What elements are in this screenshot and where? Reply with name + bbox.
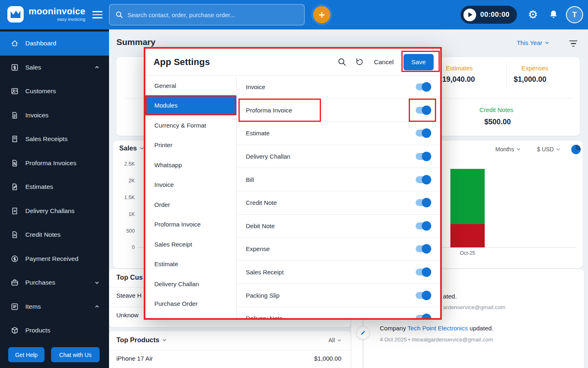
settings-nav-general[interactable]: General: [145, 76, 236, 96]
toggle-packing-slip[interactable]: [416, 292, 430, 299]
settings-nav-purchase-order[interactable]: Purchase Order: [145, 294, 236, 314]
save-button[interactable]: Save: [403, 54, 434, 70]
play-icon[interactable]: [463, 9, 476, 21]
sales-chart-title-dropdown[interactable]: Sales: [119, 144, 145, 152]
get-help-button[interactable]: Get Help: [8, 347, 45, 362]
chat-with-us-button[interactable]: Chat with Us: [51, 347, 100, 362]
stat-credit-notes-label: Credit Notes: [479, 106, 513, 113]
pie-chart-icon[interactable]: [571, 145, 581, 154]
toggle-delivery-note[interactable]: [416, 315, 430, 318]
sidebar-item-invoices[interactable]: Invoices: [0, 103, 109, 128]
toggle-expense[interactable]: [416, 245, 430, 252]
timer-widget[interactable]: 00:00:00: [461, 6, 517, 24]
sidebar: Dashboard Sales Customers Invoices Sales…: [0, 29, 109, 368]
estimate-document-icon: [11, 183, 19, 191]
brand: mooninvoice easy invoicing: [7, 5, 85, 23]
toggle-credit-note[interactable]: [416, 199, 430, 206]
period-dropdown[interactable]: This Year: [517, 39, 550, 46]
top-products-title-dropdown[interactable]: Top Products: [116, 336, 167, 344]
bar-segment-income: [450, 169, 485, 224]
toggle-estimate[interactable]: [416, 130, 430, 137]
sidebar-item-customers[interactable]: Customers: [0, 79, 109, 103]
cube-icon: [11, 326, 19, 334]
modal-title: App Settings: [154, 57, 210, 67]
toggle-debit-note[interactable]: [416, 222, 430, 229]
sidebar-label: Payment Received: [25, 255, 78, 263]
settings-nav-delivery-challan[interactable]: Delivery Challan: [145, 274, 236, 294]
sidebar-item-items[interactable]: Items: [0, 295, 109, 319]
months-dropdown[interactable]: Months: [495, 146, 521, 153]
y-tick: 2K: [117, 178, 135, 184]
stat-estimates-value: 19,040.00: [442, 75, 475, 84]
settings-nav-modules[interactable]: Modules: [145, 96, 236, 116]
top-products-title: Top Products: [116, 336, 159, 344]
search-input[interactable]: [127, 11, 298, 18]
y-tick: 1K: [117, 211, 135, 217]
product-row-name[interactable]: iPhone 17 Air: [116, 355, 153, 362]
sidebar-item-sales-receipts[interactable]: Sales Receipts: [0, 127, 109, 151]
sidebar-item-delivery-challans[interactable]: Delivery Challans: [0, 199, 109, 223]
toggle-delivery-challan[interactable]: [416, 153, 430, 160]
settings-gear-icon[interactable]: ⚙: [528, 8, 538, 22]
sidebar-label: Customers: [25, 88, 56, 95]
brand-logo-icon: [7, 5, 24, 23]
modal-header: App Settings Cancel Save: [145, 49, 440, 76]
top-customers-title: Top Cus: [116, 274, 143, 281]
notifications-bell-icon[interactable]: [548, 9, 559, 20]
module-label: Invoice: [246, 83, 265, 90]
stacked-bar-oct-25[interactable]: [450, 169, 485, 247]
proforma-document-icon: [11, 159, 19, 167]
sidebar-label: Credit Notes: [25, 231, 60, 238]
customer-row[interactable]: Steave H: [116, 292, 142, 299]
module-row-delivery-challan: Delivery Challan: [237, 145, 440, 168]
toggle-invoice[interactable]: [416, 83, 430, 90]
user-avatar[interactable]: T: [566, 6, 583, 23]
module-label: Packing Slip: [246, 292, 280, 299]
settings-nav-proforma-invoice[interactable]: Proforma Invoice: [145, 215, 236, 235]
receipt-icon: [11, 135, 19, 143]
add-new-button[interactable]: +: [313, 6, 330, 23]
list-icon: [11, 303, 19, 311]
sales-icon: [11, 63, 19, 72]
activity-text-suffix: updated.: [468, 325, 494, 332]
settings-nav-printer[interactable]: Printer: [145, 135, 236, 155]
y-tick: 1.5K: [117, 195, 135, 200]
sidebar-item-payment-received[interactable]: Payment Received: [0, 247, 109, 271]
toggle-sales-receipt[interactable]: [416, 269, 430, 276]
sidebar-item-credit-notes[interactable]: Credit Notes: [0, 223, 109, 247]
chevron-up-icon: [94, 303, 100, 310]
hamburger-menu-icon[interactable]: [92, 11, 102, 18]
toggle-bill[interactable]: [416, 176, 430, 183]
filter-icon[interactable]: [569, 40, 577, 47]
module-row-invoice: Invoice: [237, 76, 440, 99]
toggle-proforma-invoice[interactable]: [416, 107, 430, 114]
edit-pencil-icon[interactable]: [356, 326, 370, 339]
module-label: Sales Receipt: [246, 269, 284, 276]
sidebar-item-sales[interactable]: Sales: [0, 56, 109, 80]
reset-icon[interactable]: [355, 57, 364, 67]
sidebar-item-proforma-invoices[interactable]: Proforma Invoices: [0, 151, 109, 175]
module-label: Delivery Note: [246, 315, 283, 318]
settings-nav-invoice[interactable]: Invoice: [145, 175, 236, 195]
settings-nav-order[interactable]: Order: [145, 195, 236, 215]
y-tick: 500: [117, 228, 135, 234]
currency-dropdown[interactable]: $ USD: [537, 146, 561, 153]
settings-nav-estimate[interactable]: Estimate: [145, 254, 236, 274]
sidebar-item-dashboard[interactable]: Dashboard: [0, 31, 109, 56]
company-link[interactable]: Tech Point Electronics: [408, 325, 468, 332]
sidebar-label: Sales: [25, 64, 41, 71]
module-row-bill: Bill: [237, 168, 440, 191]
brand-name: mooninvoice: [29, 7, 85, 16]
settings-nav-currency-format[interactable]: Currency & Format: [145, 115, 236, 135]
settings-nav-whatsapp[interactable]: Whatsapp: [145, 155, 236, 175]
top-products-filter-dropdown[interactable]: All: [328, 337, 342, 343]
cancel-button[interactable]: Cancel: [372, 56, 395, 68]
sidebar-item-estimates[interactable]: Estimates: [0, 175, 109, 199]
settings-nav-sales-receipt[interactable]: Sales Receipt: [145, 234, 236, 254]
chevron-up-icon: [94, 64, 100, 70]
activity-date: 4 Oct 2025: [380, 337, 407, 343]
search-icon[interactable]: [337, 57, 347, 67]
sidebar-item-purchases[interactable]: Purchases: [0, 271, 109, 295]
sidebar-item-products[interactable]: Products: [0, 319, 109, 343]
customer-row[interactable]: Unknow: [116, 312, 138, 319]
